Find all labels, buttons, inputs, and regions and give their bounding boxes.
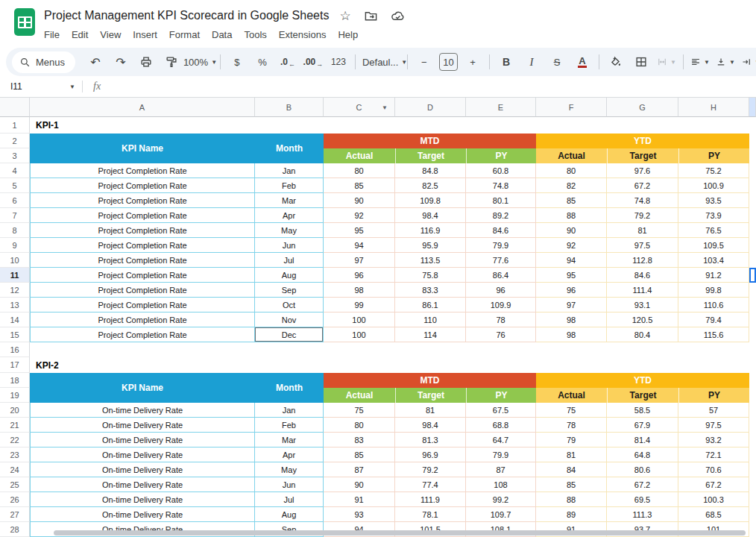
increase-font-size-button[interactable]: + bbox=[460, 52, 485, 72]
text-wrap-button[interactable]: ▼ bbox=[738, 52, 756, 72]
column-header-C[interactable]: C▼ bbox=[324, 98, 395, 117]
cell-F15[interactable]: 98 bbox=[536, 327, 607, 342]
name-box[interactable]: I11 ▼ bbox=[0, 76, 82, 97]
column-header-B[interactable]: B bbox=[255, 98, 324, 117]
row-header-11[interactable]: 11 bbox=[0, 268, 30, 283]
row-header-9[interactable]: 9 bbox=[0, 238, 30, 253]
decrease-decimal-button[interactable]: .0← bbox=[275, 52, 300, 72]
cell-H21[interactable]: 97.5 bbox=[678, 418, 749, 433]
cell-G23[interactable]: 64.8 bbox=[607, 448, 678, 462]
vertical-align-button[interactable]: ▼ bbox=[713, 52, 738, 72]
cell-C9[interactable]: 94 bbox=[324, 238, 395, 253]
cell-B14[interactable]: Nov bbox=[255, 313, 324, 327]
paint-format-button[interactable] bbox=[159, 52, 184, 72]
select-all-corner[interactable] bbox=[0, 98, 30, 117]
cell-H5[interactable]: 100.9 bbox=[678, 178, 749, 193]
cell-A22[interactable]: On-time Delivery Rate bbox=[30, 433, 255, 448]
column-header-G[interactable]: G bbox=[607, 98, 678, 117]
kpi-name-header[interactable]: KPI Name bbox=[30, 373, 255, 403]
cell-C7[interactable]: 92 bbox=[324, 208, 395, 223]
cell-G14[interactable]: 120.5 bbox=[607, 313, 678, 327]
cell-H14[interactable]: 79.4 bbox=[678, 313, 749, 327]
cell-F22[interactable]: 79 bbox=[536, 433, 607, 448]
cell-C27[interactable]: 93 bbox=[324, 507, 395, 522]
cell-H22[interactable]: 93.2 bbox=[678, 433, 749, 448]
cell-H11[interactable]: 91.2 bbox=[678, 268, 749, 283]
cell-G20[interactable]: 58.5 bbox=[607, 403, 678, 418]
kpi-name-header[interactable]: KPI Name bbox=[30, 134, 255, 163]
row-header-28[interactable]: 28 bbox=[0, 522, 30, 537]
undo-button[interactable]: ↶ bbox=[83, 52, 108, 72]
mtd-target-header[interactable]: Target bbox=[395, 388, 466, 403]
cell-E23[interactable]: 79.9 bbox=[466, 448, 536, 462]
month-header[interactable]: Month bbox=[255, 134, 324, 163]
row-header-15[interactable]: 15 bbox=[0, 327, 30, 342]
menu-view[interactable]: View bbox=[94, 29, 127, 40]
cell-H24[interactable]: 70.6 bbox=[678, 462, 749, 477]
cell-F11[interactable]: 95 bbox=[536, 268, 607, 283]
cell-F5[interactable]: 82 bbox=[536, 178, 607, 193]
cell-F4[interactable]: 80 bbox=[536, 163, 607, 178]
cell-H4[interactable]: 75.2 bbox=[678, 163, 749, 178]
redo-button[interactable]: ↷ bbox=[108, 52, 133, 72]
cell-A21[interactable]: On-time Delivery Rate bbox=[30, 418, 255, 433]
cell-D4[interactable]: 84.8 bbox=[395, 163, 466, 178]
row-header-13[interactable]: 13 bbox=[0, 298, 30, 313]
cell-E27[interactable]: 109.7 bbox=[466, 507, 536, 522]
cell-G27[interactable]: 111.3 bbox=[607, 507, 678, 522]
mtd-header[interactable]: MTD bbox=[324, 373, 536, 388]
menu-format[interactable]: Format bbox=[163, 29, 206, 40]
cell-E11[interactable]: 86.4 bbox=[466, 268, 536, 283]
font-size-input[interactable]: 10 bbox=[439, 53, 458, 71]
cell-D14[interactable]: 110 bbox=[395, 313, 466, 327]
cell-C23[interactable]: 85 bbox=[324, 448, 395, 462]
cell-D12[interactable]: 83.3 bbox=[395, 283, 466, 298]
decrease-font-size-button[interactable]: − bbox=[412, 52, 437, 72]
cell-G4[interactable]: 97.6 bbox=[607, 163, 678, 178]
row-header-5[interactable]: 5 bbox=[0, 178, 30, 193]
cell-D15[interactable]: 114 bbox=[395, 327, 466, 342]
cell-F27[interactable]: 89 bbox=[536, 507, 607, 522]
mtd-target-header[interactable]: Target bbox=[395, 148, 466, 163]
cell-H6[interactable]: 93.5 bbox=[678, 193, 749, 208]
column-header-E[interactable]: E bbox=[466, 98, 536, 117]
star-icon[interactable]: ☆ bbox=[339, 10, 350, 22]
cell-G13[interactable]: 93.1 bbox=[607, 298, 678, 313]
cell-B22[interactable]: Mar bbox=[255, 433, 324, 448]
cell-E22[interactable]: 64.7 bbox=[466, 433, 536, 448]
cell-A12[interactable]: Project Completion Rate bbox=[30, 283, 255, 298]
column-header-A[interactable]: A bbox=[30, 98, 255, 117]
section-label-kpi-2[interactable]: KPI-2 bbox=[30, 357, 756, 373]
cell-E7[interactable]: 89.2 bbox=[466, 208, 536, 223]
row-header-20[interactable]: 20 bbox=[0, 403, 30, 418]
cell-B6[interactable]: Mar bbox=[255, 193, 324, 208]
cell-F13[interactable]: 97 bbox=[536, 298, 607, 313]
increase-decimal-button[interactable]: .00→ bbox=[300, 52, 326, 72]
cell-E9[interactable]: 79.9 bbox=[466, 238, 536, 253]
ytd-target-header[interactable]: Target bbox=[607, 148, 678, 163]
cloud-status-icon[interactable] bbox=[391, 9, 405, 23]
cell-E5[interactable]: 74.8 bbox=[466, 178, 536, 193]
cell-A4[interactable]: Project Completion Rate bbox=[30, 163, 255, 178]
row-header-26[interactable]: 26 bbox=[0, 492, 30, 507]
cell-E10[interactable]: 77.6 bbox=[466, 253, 536, 268]
move-folder-icon[interactable] bbox=[364, 9, 378, 23]
cell-H13[interactable]: 110.6 bbox=[678, 298, 749, 313]
row-header-14[interactable]: 14 bbox=[0, 313, 30, 327]
cell-D6[interactable]: 109.8 bbox=[395, 193, 466, 208]
cell-B11[interactable]: Aug bbox=[255, 268, 324, 283]
cell-E26[interactable]: 99.2 bbox=[466, 492, 536, 507]
currency-format-button[interactable]: $ bbox=[224, 52, 250, 72]
cell-G21[interactable]: 67.9 bbox=[607, 418, 678, 433]
cell-C11[interactable]: 96 bbox=[324, 268, 395, 283]
cell-A14[interactable]: Project Completion Rate bbox=[30, 313, 255, 327]
cell-H20[interactable]: 57 bbox=[678, 403, 749, 418]
cell-C22[interactable]: 83 bbox=[324, 433, 395, 448]
cell-H23[interactable]: 72.1 bbox=[678, 448, 749, 462]
row-header-7[interactable]: 7 bbox=[0, 208, 30, 223]
cell-A8[interactable]: Project Completion Rate bbox=[30, 223, 255, 238]
cell-B5[interactable]: Feb bbox=[255, 178, 324, 193]
cell-H15[interactable]: 115.6 bbox=[678, 327, 749, 342]
column-header-H[interactable]: H bbox=[678, 98, 749, 117]
ytd-header[interactable]: YTD bbox=[536, 134, 749, 148]
